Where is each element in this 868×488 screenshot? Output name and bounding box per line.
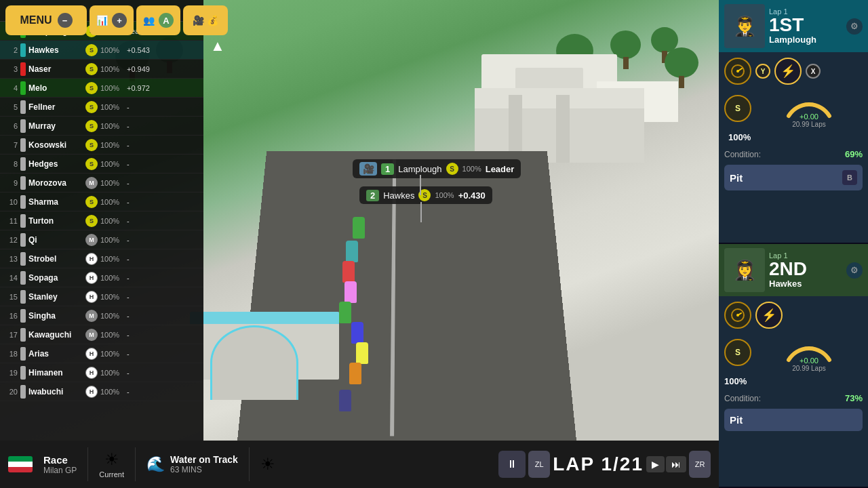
pos-num: 8 bbox=[4, 160, 18, 168]
pos-num: 11 bbox=[4, 217, 18, 225]
fuel-pct: 100% bbox=[100, 293, 124, 301]
player1-header: 👨‍✈️ Lap 1 1ST Lamplough ⚙ bbox=[719, 0, 868, 52]
tyre-indicator: M bbox=[85, 310, 98, 322]
standing-row: 14 Sopaga H 100% - bbox=[0, 268, 203, 287]
pos-num: 12 bbox=[4, 236, 18, 244]
player1-condition-row: Condition: 69% bbox=[719, 148, 868, 161]
zl-button[interactable]: ZL bbox=[528, 451, 550, 478]
gap-text: - bbox=[127, 350, 199, 358]
tree bbox=[665, 47, 698, 78]
gap-text: - bbox=[127, 160, 199, 168]
a-icon: A bbox=[159, 13, 174, 28]
driver-name: Strobel bbox=[28, 254, 83, 264]
tyre-indicator: S bbox=[85, 101, 98, 113]
player1-stats: Y ⚡ X S +0.00 20.99 Laps bbox=[719, 52, 868, 148]
zl-label: ZL bbox=[535, 460, 544, 468]
standing-row: 5 Fellner S 100% - bbox=[0, 98, 203, 117]
driver-bar bbox=[20, 328, 26, 342]
pause-button[interactable]: ⏸ bbox=[498, 451, 526, 478]
player2-pit-button[interactable]: Pit bbox=[724, 409, 863, 431]
player2-position: 2ND bbox=[769, 260, 842, 279]
driver-bar bbox=[20, 157, 26, 171]
divider-2 bbox=[135, 447, 136, 481]
driver-name: Singha bbox=[28, 311, 83, 321]
gap-text: - bbox=[127, 122, 199, 130]
svg-point-5 bbox=[736, 314, 739, 317]
structure bbox=[556, 95, 570, 163]
race-car-9 bbox=[339, 390, 351, 411]
player1-stats-row1: Y ⚡ X bbox=[724, 58, 863, 85]
player1-s-tyre: S bbox=[724, 95, 751, 122]
driver-bar bbox=[20, 233, 26, 247]
player2-name: Hawkes bbox=[769, 279, 842, 289]
camera-button[interactable]: 🎥 💰 bbox=[183, 5, 228, 35]
fuel-pct: 100% bbox=[100, 84, 124, 92]
gap-text: - bbox=[127, 293, 199, 301]
standing-row: 11 Turton S 100% - bbox=[0, 211, 203, 230]
standing-row: 20 Iwabuchi H 100% - bbox=[0, 382, 203, 401]
tyre-indicator: S bbox=[85, 196, 98, 208]
driver-name: Naser bbox=[28, 64, 83, 74]
player2-settings-icon[interactable]: ⚙ bbox=[846, 262, 863, 279]
weather-section2: ☀ bbox=[260, 455, 275, 474]
race-tooltip-1: 🎥 1 Lamplough S 100% Leader bbox=[353, 159, 521, 178]
tooltip-1-gap: Leader bbox=[486, 164, 515, 174]
tyre-indicator: S bbox=[85, 158, 98, 170]
gap-text: - bbox=[127, 331, 199, 339]
player1-pit-label: Pit bbox=[730, 172, 743, 184]
driver-name: Kawaguchi bbox=[28, 330, 83, 340]
driver-name: Hedges bbox=[28, 159, 83, 169]
divider-3 bbox=[249, 447, 250, 481]
pos-num: 14 bbox=[4, 274, 18, 282]
water-label: Water on Track bbox=[170, 454, 238, 465]
player2-condition-val: 73% bbox=[845, 393, 863, 403]
standing-row: 19 Himanen H 100% - bbox=[0, 363, 203, 382]
player2-speed-icon bbox=[724, 302, 751, 329]
driver-bar bbox=[20, 195, 26, 209]
fuel-pct: 100% bbox=[100, 331, 124, 339]
driver-bar bbox=[20, 100, 26, 114]
gap-text: +0.949 bbox=[127, 65, 199, 73]
tyre-indicator: H bbox=[85, 348, 98, 360]
pos-num: 15 bbox=[4, 293, 18, 301]
race-car-1 bbox=[353, 217, 365, 239]
player1-condition-val: 69% bbox=[845, 149, 863, 159]
plus-icon: + bbox=[112, 13, 127, 28]
driver-name: Melo bbox=[28, 83, 83, 93]
play-button[interactable]: ▶ bbox=[646, 456, 665, 472]
gap-text: - bbox=[127, 312, 199, 320]
fuel-pct: 100% bbox=[100, 236, 124, 244]
race-tooltip-2: 2 Hawkes S 100% +0.430 bbox=[359, 186, 492, 204]
driver-bar bbox=[20, 290, 26, 304]
player2-avatar-img: 👩‍✈️ bbox=[724, 248, 765, 292]
driver-name: Sopaga bbox=[28, 273, 83, 283]
driver-bar bbox=[20, 252, 26, 266]
driver-name: Turton bbox=[28, 216, 83, 226]
tooltip-1-num: 1 bbox=[381, 163, 394, 175]
pos-num: 5 bbox=[4, 103, 18, 111]
tooltip-2-num: 2 bbox=[366, 190, 379, 201]
fuel-pct: 100% bbox=[100, 350, 124, 358]
player2-s-tyre: S bbox=[724, 339, 751, 366]
race-info: Race Milan GP bbox=[43, 454, 77, 475]
tyre-indicator: H bbox=[85, 386, 98, 398]
pos-num: 3 bbox=[4, 65, 18, 73]
zr-button[interactable]: ZR bbox=[689, 451, 711, 478]
player1-settings-icon[interactable]: ⚙ bbox=[846, 18, 863, 35]
race-car-6 bbox=[351, 322, 363, 344]
chart-button[interactable]: 📊 + bbox=[90, 5, 134, 35]
skip-button[interactable]: ⏭ bbox=[666, 456, 686, 472]
camera-icon: 🎥 bbox=[193, 15, 204, 26]
player1-pit-button[interactable]: Pit B bbox=[724, 165, 863, 190]
pos-num: 2 bbox=[4, 46, 18, 54]
tooltip-connector-1 bbox=[420, 175, 421, 195]
tyre-indicator: H bbox=[85, 291, 98, 303]
fuel-pct: 100% bbox=[100, 46, 124, 54]
tyre-indicator: H bbox=[85, 272, 98, 284]
standing-row: 17 Kawaguchi M 100% - bbox=[0, 325, 203, 344]
fuel-pct: 100% bbox=[100, 122, 124, 130]
fuel-pct: 100% bbox=[100, 179, 124, 187]
drivers-button[interactable]: 👥 A bbox=[136, 5, 180, 35]
standing-row: 18 Arias H 100% - bbox=[0, 344, 203, 363]
menu-button[interactable]: MENU − bbox=[5, 5, 87, 35]
